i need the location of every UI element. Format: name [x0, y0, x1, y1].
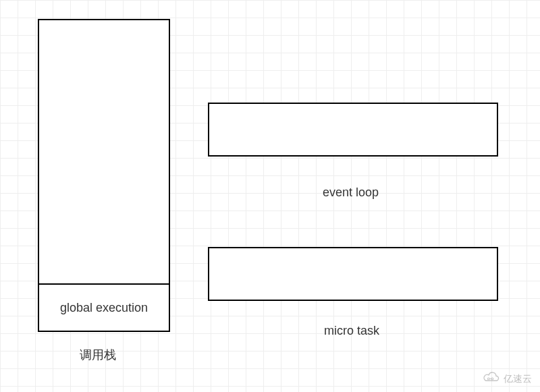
callstack-top-frame: global execution — [38, 283, 170, 332]
svg-point-0 — [487, 378, 489, 380]
event-loop-caption: event loop — [323, 186, 379, 200]
event-loop-box — [208, 103, 498, 157]
watermark-text: 亿速云 — [504, 373, 532, 385]
global-execution-label: global execution — [60, 301, 148, 315]
micro-task-caption: micro task — [324, 324, 379, 338]
svg-point-1 — [491, 378, 493, 380]
watermark: 亿速云 — [482, 372, 532, 387]
micro-task-box — [208, 247, 498, 301]
callstack-caption: 调用栈 — [80, 347, 116, 363]
cloud-icon — [482, 372, 501, 387]
